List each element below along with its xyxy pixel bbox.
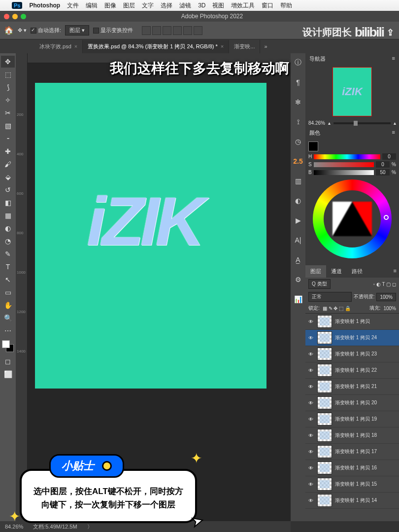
layer-row[interactable]: 👁渐变映射 1 拷贝 20: [305, 395, 399, 411]
color-wheel[interactable]: [313, 179, 392, 258]
sat-slider[interactable]: [314, 162, 374, 167]
document-tab[interactable]: 渐变映...: [229, 40, 260, 53]
layer-thumbnail[interactable]: [317, 445, 332, 458]
lock-icons[interactable]: ▦ ✎ ✥ ⬚ 🔒: [323, 306, 351, 311]
layer-row[interactable]: 👁渐变映射 1 拷贝 18: [305, 427, 399, 444]
eraser-tool[interactable]: ◧: [1, 197, 15, 209]
layer-thumbnail[interactable]: [317, 380, 332, 393]
app-name[interactable]: Photoshop: [29, 2, 60, 9]
tab-overflow-icon[interactable]: »: [260, 43, 271, 49]
menu-view[interactable]: 视图: [212, 1, 224, 10]
minimize-window-icon[interactable]: [12, 14, 18, 19]
visibility-icon[interactable]: 👁: [307, 465, 314, 471]
layer-row[interactable]: 👁渐变映射 1 拷贝 14: [305, 493, 399, 509]
layer-thumbnail[interactable]: [317, 494, 332, 507]
visibility-icon[interactable]: 👁: [307, 384, 314, 390]
visibility-icon[interactable]: 👁: [307, 400, 314, 406]
bri-value[interactable]: 50: [376, 169, 390, 176]
actions-icon[interactable]: ▶: [293, 215, 303, 226]
visibility-icon[interactable]: 👁: [307, 449, 314, 455]
layer-row[interactable]: 👁渐变映射 1 拷贝 23: [305, 346, 399, 362]
badge-value[interactable]: 2.5: [293, 156, 303, 167]
panel-menu-icon[interactable]: ≡: [392, 129, 395, 137]
canvas-area[interactable]: iZIK: [28, 53, 291, 521]
filter-type-dropdown[interactable]: Q 类型: [308, 279, 331, 289]
share-icon[interactable]: ⇪: [387, 27, 394, 38]
layer-row[interactable]: 👁渐变映射 1 拷贝: [305, 314, 399, 330]
zoom-slider[interactable]: [333, 122, 391, 124]
menu-help[interactable]: 帮助: [280, 1, 292, 10]
visibility-icon[interactable]: 👁: [307, 417, 314, 422]
zoom-value[interactable]: 84.26%: [308, 120, 325, 126]
menu-3d[interactable]: 3D: [198, 2, 205, 9]
hand-tool[interactable]: ✋: [1, 299, 15, 311]
document-tab[interactable]: 置换效果.psd @ 84.3% (渐变映射 1 拷贝 24, RGB/8) *…: [83, 40, 229, 53]
stamp-tool[interactable]: ⬙: [1, 171, 15, 183]
dodge-tool[interactable]: ◔: [1, 235, 15, 247]
menu-layer[interactable]: 图层: [123, 1, 135, 10]
character-icon[interactable]: A|: [293, 235, 303, 246]
glyphs-icon[interactable]: A̲: [293, 254, 303, 265]
fill-input[interactable]: 100%: [383, 306, 396, 311]
blur-tool[interactable]: ◐: [1, 222, 15, 234]
align-icon[interactable]: [173, 26, 182, 35]
close-window-icon[interactable]: [4, 14, 9, 19]
wand-tool[interactable]: ✧: [1, 94, 15, 106]
type-tool[interactable]: T: [1, 261, 15, 273]
align-icon[interactable]: [152, 26, 161, 35]
layer-thumbnail[interactable]: [317, 315, 332, 328]
visibility-icon[interactable]: 👁: [307, 498, 314, 503]
sat-value[interactable]: 0: [376, 161, 390, 168]
color-panel-head[interactable]: 颜色≡: [305, 127, 399, 139]
edit-toolbar[interactable]: ⋯: [1, 325, 15, 337]
menu-edit[interactable]: 编辑: [86, 1, 98, 10]
menu-type[interactable]: 文字: [142, 1, 154, 10]
layer-row[interactable]: 👁渐变映射 1 拷贝 22: [305, 362, 399, 379]
frame-tool[interactable]: ▧: [1, 120, 15, 132]
menu-select[interactable]: 选择: [161, 1, 172, 10]
gradient-tool[interactable]: ▦: [1, 210, 15, 221]
visibility-icon[interactable]: 👁: [307, 319, 314, 324]
crop-tool[interactable]: ✂: [1, 107, 15, 119]
properties-icon[interactable]: ⚙: [293, 274, 303, 285]
show-transform-checkbox[interactable]: [93, 28, 99, 34]
history-brush-tool[interactable]: ↺: [1, 184, 15, 196]
layer-thumbnail[interactable]: [317, 461, 332, 474]
swatches-icon[interactable]: ▥: [293, 176, 303, 186]
bri-slider[interactable]: [314, 170, 374, 175]
layer-thumbnail[interactable]: [317, 478, 332, 491]
visibility-icon[interactable]: 👁: [307, 335, 314, 341]
layer-thumbnail[interactable]: [317, 396, 332, 409]
lasso-tool[interactable]: ⟆: [1, 81, 15, 93]
foreground-swatch[interactable]: [308, 142, 318, 151]
menu-image[interactable]: 图像: [104, 1, 116, 10]
blend-mode-dropdown[interactable]: 正常: [308, 292, 352, 302]
visibility-icon[interactable]: 👁: [307, 368, 314, 373]
timer-icon[interactable]: ◷: [293, 136, 303, 147]
align-icon[interactable]: [194, 26, 202, 35]
auto-select-checkbox[interactable]: [31, 28, 36, 34]
layer-row[interactable]: 👁渐变映射 1 拷贝 21: [305, 379, 399, 395]
zoom-out-icon[interactable]: ▴: [328, 120, 331, 126]
document-canvas[interactable]: iZIK: [35, 83, 266, 389]
menu-filter[interactable]: 滤镜: [179, 1, 191, 10]
document-tab[interactable]: 冰块字效.psd×: [34, 40, 83, 53]
status-zoom[interactable]: 84.26%: [5, 524, 23, 530]
align-icon[interactable]: [183, 26, 192, 35]
visibility-icon[interactable]: 👁: [307, 433, 314, 438]
channels-tab[interactable]: 通道: [326, 265, 347, 278]
layer-row[interactable]: 👁渐变映射 1 拷贝 19: [305, 411, 399, 427]
pen-tool[interactable]: ✎: [1, 248, 15, 260]
layer-thumbnail[interactable]: [317, 348, 332, 360]
zoom-in-icon[interactable]: ▴: [394, 120, 396, 126]
ruler-icon[interactable]: ⟟: [293, 116, 303, 127]
path-tool[interactable]: ↖: [1, 274, 15, 285]
layers-tab[interactable]: 图层: [305, 265, 326, 278]
menu-file[interactable]: 文件: [67, 1, 79, 10]
hue-slider[interactable]: [314, 154, 380, 159]
histogram-icon[interactable]: 📊: [293, 294, 303, 305]
layer-thumbnail[interactable]: [317, 331, 332, 344]
zoom-tool[interactable]: 🔍: [1, 312, 15, 324]
shape-tool[interactable]: ▭: [1, 286, 15, 298]
menu-plugins[interactable]: 增效工具: [231, 1, 255, 10]
